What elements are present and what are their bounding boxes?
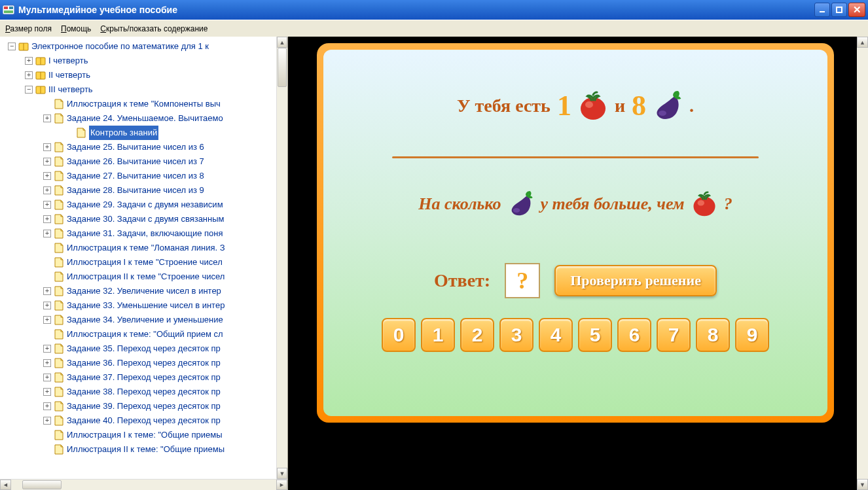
tree-item[interactable]: Иллюстрация к теме: "Общий прием сл (3, 327, 287, 341)
tree-item[interactable]: +Задание 35. Переход через десяток пр (3, 341, 287, 356)
tree-spacer (43, 431, 51, 439)
page-icon (54, 113, 64, 124)
tree-quarter-2[interactable]: + II четверть (3, 68, 287, 82)
number-2: 8 (632, 89, 646, 122)
window-titlebar: Мультимедийное учебное пособие (0, 0, 868, 20)
expand-icon[interactable]: + (43, 172, 51, 180)
scroll-up-icon[interactable]: ▲ (277, 37, 287, 48)
scroll-down-icon[interactable]: ▼ (857, 479, 868, 490)
digit-button-7[interactable]: 7 (657, 318, 691, 352)
tomato-icon (578, 91, 608, 121)
tree-item[interactable]: Иллюстрация II к теме: "Общие приемы (3, 442, 287, 457)
book-icon (35, 84, 46, 95)
tree-item-label: Задание 24. Уменьшаемое. Вычитаемо (67, 111, 223, 126)
menu-field-size[interactable]: Размер поля (5, 24, 52, 33)
expand-icon[interactable]: + (43, 287, 51, 295)
digit-button-8[interactable]: 8 (696, 318, 730, 352)
tree-item[interactable]: +Задание 24. Уменьшаемое. Вычитаемо (3, 111, 287, 126)
digit-button-9[interactable]: 9 (735, 318, 769, 352)
tree-item[interactable]: Иллюстрация I к теме: "Общие приемы (3, 428, 287, 442)
check-answer-button[interactable]: Проверить решение (554, 265, 717, 296)
scroll-left-icon[interactable]: ◄ (0, 480, 11, 490)
expand-icon[interactable]: + (43, 201, 51, 209)
scrollbar-thumb[interactable] (22, 480, 62, 489)
digit-button-4[interactable]: 4 (539, 318, 573, 352)
tree-vertical-scrollbar[interactable]: ▲ ▼ (276, 37, 287, 479)
expand-icon[interactable]: + (25, 71, 33, 79)
expand-icon[interactable]: + (43, 186, 51, 194)
expand-icon[interactable]: + (25, 57, 33, 65)
tree-spacer (43, 258, 51, 266)
expand-icon[interactable]: + (43, 215, 51, 223)
scrollbar-thumb[interactable] (278, 48, 287, 87)
answer-input[interactable]: ? (505, 263, 540, 298)
expand-icon[interactable]: + (43, 316, 51, 324)
tree-item[interactable]: +Задание 33. Уменьшение чисел в интер (3, 298, 287, 313)
digit-button-3[interactable]: 3 (499, 318, 533, 352)
expand-icon[interactable]: + (43, 402, 51, 410)
tree-horizontal-scrollbar[interactable]: ◄ ► (0, 479, 287, 490)
tree-item[interactable]: +Задание 26. Вычитание чисел из 7 (3, 154, 287, 169)
eggplant-icon (653, 91, 683, 121)
tree-item-label: Иллюстрация I к теме "Строение чисел (67, 255, 223, 270)
digit-button-6[interactable]: 6 (617, 318, 651, 352)
expand-icon[interactable]: + (43, 158, 51, 166)
exercise-line-2: На сколько у тебя больше, чем ? (418, 191, 732, 217)
collapse-icon[interactable]: − (25, 86, 33, 94)
digit-button-0[interactable]: 0 (382, 318, 416, 352)
tree-item[interactable]: Иллюстрация I к теме "Строение чисел (3, 255, 287, 270)
expand-icon[interactable]: + (43, 143, 51, 151)
expand-icon[interactable]: + (43, 417, 51, 425)
svg-rect-9 (820, 11, 825, 12)
page-icon (54, 387, 64, 397)
page-icon (54, 99, 64, 109)
page-icon (54, 401, 64, 411)
tree-item[interactable]: Контроль знаний (3, 126, 287, 140)
scroll-right-icon[interactable]: ► (276, 480, 287, 490)
scroll-down-icon[interactable]: ▼ (277, 468, 287, 479)
tree-item[interactable]: +Задание 40. Переход через десяток пр (3, 413, 287, 428)
tree-item[interactable]: +Задание 29. Задачи с двумя независим (3, 198, 287, 212)
tree-item[interactable]: +Задание 37. Переход через десяток пр (3, 370, 287, 385)
content-vertical-scrollbar[interactable]: ▲ ▼ (857, 37, 868, 490)
tree-item[interactable]: +Задание 30. Задачи с двумя связанным (3, 212, 287, 226)
digit-button-2[interactable]: 2 (460, 318, 494, 352)
app-icon (3, 4, 14, 16)
tree-item[interactable]: +Задание 38. Переход через десяток пр (3, 385, 287, 399)
tree-quarter-1[interactable]: + I четверть (3, 54, 287, 68)
tree-item[interactable]: Иллюстрация II к теме "Строение чисел (3, 270, 287, 284)
close-button[interactable] (848, 3, 865, 17)
collapse-icon[interactable]: − (8, 43, 16, 50)
tree-item[interactable]: Иллюстрация к теме "Компоненты выч (3, 97, 287, 111)
minimize-button[interactable] (814, 3, 830, 17)
menu-help[interactable]: Помощь (61, 24, 91, 33)
expand-icon[interactable]: + (43, 374, 51, 381)
expand-icon[interactable]: + (43, 345, 51, 353)
tree-item[interactable]: +Задание 25. Вычитание чисел из 6 (3, 140, 287, 154)
page-icon (54, 372, 64, 383)
expand-icon[interactable]: + (43, 230, 51, 237)
menu-toggle-contents[interactable]: Скрыть/показать содержание (100, 24, 208, 33)
tree-item[interactable]: +Задание 27. Вычитание чисел из 8 (3, 169, 287, 183)
digit-button-1[interactable]: 1 (421, 318, 455, 352)
maximize-button[interactable] (831, 3, 847, 17)
tree-item[interactable]: Иллюстрация к теме "Ломаная линия. З (3, 241, 287, 255)
tree-item-label: Иллюстрация II к теме: "Общие приемы (67, 442, 225, 457)
digit-button-5[interactable]: 5 (578, 318, 612, 352)
tree-item[interactable]: +Задание 32. Увеличение чисел в интер (3, 284, 287, 298)
tree-item[interactable]: +Задание 34. Увеличение и уменьшение (3, 313, 287, 327)
expand-icon[interactable]: + (43, 359, 51, 367)
tree-item-label: Контроль знаний (89, 126, 158, 140)
tree-item[interactable]: +Задание 28. Вычитание чисел из 9 (3, 183, 287, 198)
tree-item[interactable]: +Задание 31. Задачи, включающие поня (3, 226, 287, 241)
tree-root[interactable]: − Электронное пособие по математике для … (3, 39, 287, 54)
expand-icon[interactable]: + (43, 114, 51, 122)
contents-tree[interactable]: − Электронное пособие по математике для … (0, 37, 287, 479)
expand-icon[interactable]: + (43, 302, 51, 309)
tree-item[interactable]: +Задание 36. Переход через десяток пр (3, 356, 287, 370)
tree-quarter-3[interactable]: − III четверть (3, 82, 287, 97)
expand-icon[interactable]: + (43, 388, 51, 396)
contents-tree-panel: − Электронное пособие по математике для … (0, 37, 288, 490)
scroll-up-icon[interactable]: ▲ (857, 37, 868, 48)
tree-item[interactable]: +Задание 39. Переход через десяток пр (3, 399, 287, 413)
